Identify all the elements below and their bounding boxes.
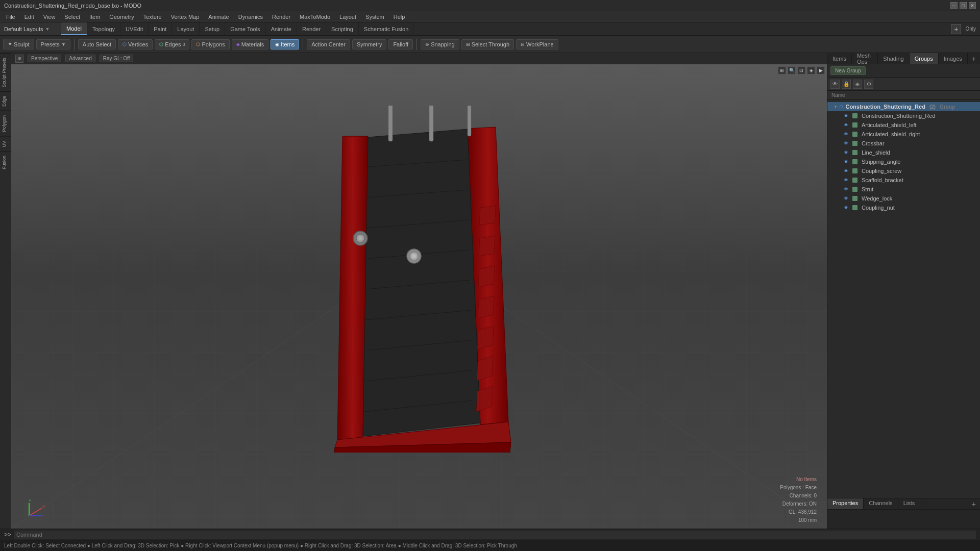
tree-item-strut[interactable]: 👁 Strut [827,185,980,194]
menu-layout[interactable]: Layout [335,13,360,21]
rp-render-btn[interactable]: ◈ [853,80,862,89]
menu-animate[interactable]: Animate [204,13,233,21]
channels-info: Channels: 0 [780,492,817,500]
rp-tab-mesh-ops[interactable]: Mesh Ops [852,53,878,64]
viewport[interactable]: No Items Polygons : Face Channels: 0 Def… [11,64,827,529]
polygons-btn[interactable]: ⬡ Polygons [191,39,229,49]
tree-item-wedge-lock[interactable]: 👁 Wedge_lock [827,194,980,203]
tab-model[interactable]: Model [61,22,87,35]
tab-scripting[interactable]: Scripting [326,22,359,35]
menu-item[interactable]: Item [85,13,104,21]
new-group-btn[interactable]: New Group [830,66,866,75]
tab-paint[interactable]: Paint [149,22,172,35]
menu-file[interactable]: File [2,13,19,21]
bp-tab-properties[interactable]: Properties [827,498,864,509]
svg-rect-28 [468,106,471,136]
menu-system[interactable]: System [361,13,388,21]
tree-mesh-icon2 [852,122,857,128]
menu-vertex-map[interactable]: Vertex Map [167,13,204,21]
tree-item-crossbar[interactable]: 👁 Crossbar [827,139,980,148]
rp-eye-btn[interactable]: 👁 [830,80,840,89]
command-input[interactable] [14,531,976,539]
auto-select-btn[interactable]: Auto Select [78,39,116,49]
status-bar: Left Double Click: Select Connected ● Le… [0,540,980,551]
viewport-btn5[interactable]: ▶ [817,66,825,74]
maximize-btn[interactable]: □ [960,2,967,9]
tree-item-coupling-nut[interactable]: 👁 Coupling_nut [827,203,980,212]
minimize-btn[interactable]: ─ [950,2,958,9]
tree-item-line-shield[interactable]: 👁 Line_shield [827,148,980,157]
gl-info: GL: 436,912 [780,508,817,516]
tab-setup[interactable]: Setup [200,22,225,35]
menu-dynamics[interactable]: Dynamics [234,13,267,21]
tab-uvedit[interactable]: UVEdit [120,22,149,35]
edges-btn[interactable]: ⬡ Edges 3 [155,39,189,49]
vertices-btn[interactable]: ⬡ Vertices [118,39,153,49]
menu-help[interactable]: Help [389,13,409,21]
viewport-btn1[interactable]: ⊞ [778,66,786,74]
snapping-btn[interactable]: ⊕ Snapping [421,39,459,49]
tab-layout[interactable]: Layout [172,22,200,35]
svg-marker-21 [478,266,495,287]
action-center-btn[interactable]: Action Center [307,39,350,49]
menu-geometry[interactable]: Geometry [105,13,138,21]
no-items-label: No Items [780,475,817,484]
default-layouts-dropdown[interactable]: Default Layouts ▼ [0,22,61,35]
tab-animate[interactable]: Animate [266,22,297,35]
perspective-btn[interactable]: Perspective [28,55,61,62]
bp-add-tab-btn[interactable]: + [968,498,980,509]
sculpt-presets-tab[interactable]: Sculpt Presets [0,53,11,91]
3d-model [312,106,526,453]
symmetry-btn[interactable]: Symmetry [352,39,387,49]
tree-item-art-shield-right[interactable]: 👁 Articulated_shield_right [827,130,980,139]
tree-mesh-icon4 [852,141,857,146]
tree-item-construction-shuttering[interactable]: 👁 Construction_Shuttering_Red [827,111,980,120]
close-btn[interactable]: ✕ [969,2,976,9]
rp-name-header: Name [827,91,980,100]
tab-game-tools[interactable]: Game Tools [225,22,266,35]
rp-tab-shading[interactable]: Shading [878,53,909,64]
viewport-btn4[interactable]: ◈ [807,66,815,74]
rp-tab-items[interactable]: Items [827,53,852,64]
select-through-btn[interactable]: ⊞ Select Through [461,39,514,49]
advanced-btn[interactable]: Advanced [65,55,95,62]
tree-root-group[interactable]: ▼ □ Construction_Shuttering_Red (2) Grou… [827,102,980,111]
tree-item-stripping-angle[interactable]: 👁 Stripping_angle [827,157,980,166]
menu-view[interactable]: View [39,13,60,21]
bp-tab-lists[interactable]: Lists [898,498,921,509]
rp-settings-btn[interactable]: ⚙ [864,80,873,89]
materials-btn[interactable]: ◈ Materials [232,39,269,49]
viewport-btn2[interactable]: 🔍 [788,66,796,74]
rp-add-tab-btn[interactable]: + [968,53,980,64]
tree-item-coupling-screw[interactable]: 👁 Coupling_screw [827,166,980,176]
tab-topology[interactable]: Topology [87,22,120,35]
rp-tab-images[interactable]: Images [939,53,968,64]
menu-texture[interactable]: Texture [139,13,166,21]
rp-tab-groups[interactable]: Groups [910,53,939,64]
sculpt-btn[interactable]: ✦ Sculpt [3,39,34,49]
tab-schematic-fusion[interactable]: Schematic Fusion [359,22,414,35]
fusion-tab[interactable]: Fusion [0,151,11,173]
menu-maxomodo[interactable]: MaxToModo [296,13,334,21]
command-bar: >> [0,529,980,540]
rp-lock-btn[interactable]: 🔒 [842,80,851,89]
items-btn[interactable]: ◉ Items [271,39,299,49]
tree-item-scaffold-bracket[interactable]: 👁 Scaffold_bracket [827,176,980,185]
uv-tab[interactable]: UV [0,136,11,152]
menu-edit[interactable]: Edit [20,13,38,21]
menu-render[interactable]: Render [268,13,295,21]
ray-gl-btn[interactable]: Ray GL: Off [100,55,134,62]
edge-tab[interactable]: Edge [0,91,11,111]
menu-select[interactable]: Select [60,13,84,21]
add-layout-btn[interactable]: + [951,24,961,34]
tab-render[interactable]: Render [297,22,326,35]
bp-tab-channels[interactable]: Channels [864,498,898,509]
tree-group-count: (2) [929,104,936,110]
viewport-lock-btn[interactable]: ⊙ [15,55,23,63]
tree-item-art-shield-left[interactable]: 👁 Articulated_shield_left [827,120,980,130]
presets-btn[interactable]: Presets ▼ [36,39,70,49]
polygon-tab[interactable]: Polygon [0,111,11,136]
viewport-btn3[interactable]: ⊡ [797,66,805,74]
work-plane-btn[interactable]: ⊟ WorkPlane [516,39,558,49]
falloff-btn[interactable]: Falloff [388,39,413,49]
